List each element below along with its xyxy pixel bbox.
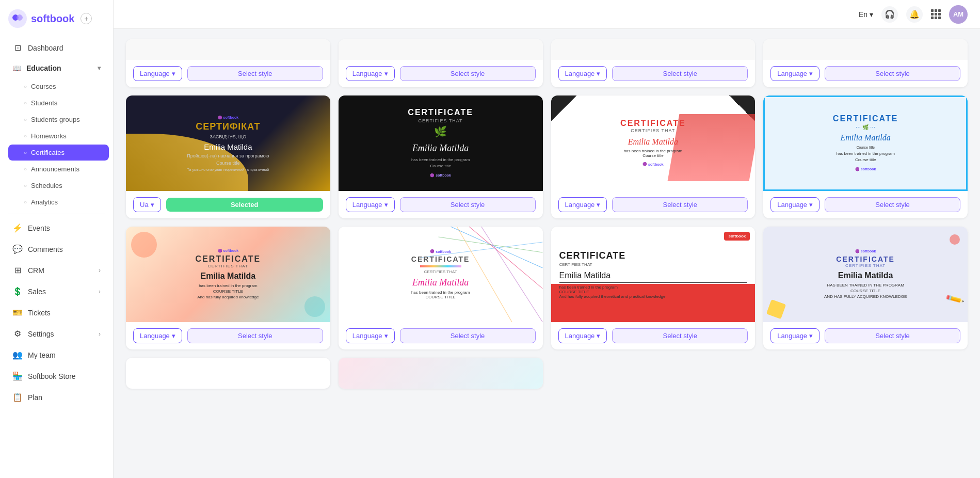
sidebar-item-analytics[interactable]: Analytics (8, 194, 109, 210)
cert-ua-course-title: Course title (216, 161, 240, 166)
sidebar-item-crm[interactable]: ⊞ CRM › (4, 260, 109, 280)
blue-lang-label: Language (777, 201, 807, 209)
geo-select-style-button[interactable]: Select style (400, 328, 536, 343)
sidebar-item-education[interactable]: 📖 Education ▾ (4, 59, 109, 77)
cert-mr-course: has been trained in the programCOURSE TI… (559, 285, 666, 299)
headphone-icon[interactable]: 🎧 (881, 6, 898, 23)
education-submenu: Courses Students Students groups Homewor… (0, 78, 113, 211)
cert-card-mr-actions: Language ▾ Select style (551, 322, 756, 349)
cert-card-red-actions: Language ▾ Select style (551, 191, 756, 218)
divider (8, 214, 105, 214)
sidebar-item-courses[interactable]: Courses (8, 78, 109, 94)
language-button-4[interactable]: Language ▾ (770, 66, 820, 81)
cert-preview-pastel: 🟣softbook CERTIFICATE CERTIFIES THAT Emi… (126, 227, 330, 322)
ua-chevron-icon: ▾ (151, 201, 154, 209)
dashboard-icon: ⊡ (12, 43, 23, 53)
pastel-lang-label: Language (140, 332, 170, 340)
sidebar-item-tickets[interactable]: 🎫 Tickets (4, 302, 109, 323)
sidebar-item-comments[interactable]: 💬 Comments (4, 239, 109, 259)
svg-line-2 (469, 227, 542, 289)
red-language-button[interactable]: Language ▾ (558, 197, 607, 212)
empty-space-1 (551, 358, 756, 389)
sidebar-item-announcements[interactable]: Announcements (8, 161, 109, 177)
pastel-language-button[interactable]: Language ▾ (133, 328, 182, 343)
black-chevron-icon: ▾ (384, 201, 388, 209)
svg-line-3 (439, 237, 543, 252)
lang-chevron-icon: ▾ (870, 10, 873, 19)
sidebar-logo: softbook + (0, 0, 113, 37)
cert-card-geometric: 🟣softbook CERTIFICATE CERTIFIES THAT Emi… (339, 227, 543, 349)
black-select-style-button[interactable]: Select style (400, 197, 536, 212)
cert-actions: Language ▾ Select style (126, 60, 330, 87)
playful-lang-label: Language (777, 332, 807, 340)
sidebar-item-homeworks[interactable]: Homeworks (8, 128, 109, 144)
cert-play-name: Emilia Matilda (838, 271, 893, 280)
cert-design-ua: 🟣softbook СЕРТИФІКАТ ЗАСВІДЧУЄ, ЩО Emili… (126, 95, 330, 191)
sidebar-item-students[interactable]: Students (8, 95, 109, 111)
sidebar-item-students-groups[interactable]: Students groups (8, 111, 109, 128)
leaf-decoration: 🌿 (434, 125, 447, 138)
sidebar-item-events[interactable]: ⚡ Events (4, 218, 109, 238)
cert-mr-logo: softbook (724, 232, 750, 241)
selected-button[interactable]: Selected (166, 198, 323, 212)
store-label: Softbook Store (28, 372, 76, 380)
sidebar-item-plan[interactable]: 📋 Plan (4, 387, 109, 407)
cert-mr-title: CERTIFICATE (559, 250, 626, 261)
cert-geo-title: CERTIFICATE (411, 255, 470, 263)
playful-language-button[interactable]: Language ▾ (770, 328, 820, 343)
softbook-logo-icon (8, 9, 27, 28)
cert-play-logo: 🟣softbook (855, 249, 876, 253)
svg-line-5 (457, 227, 512, 322)
cert-actions-4: Language ▾ Select style (763, 60, 968, 87)
select-style-button-2[interactable]: Select style (400, 66, 536, 81)
cert-actions-3: Language ▾ Select style (551, 60, 756, 87)
events-icon: ⚡ (12, 223, 23, 233)
mr-language-button[interactable]: Language ▾ (558, 328, 607, 343)
pastel-select-style-button[interactable]: Select style (187, 328, 323, 343)
cert-mr-name: Emilia Matilda (559, 271, 747, 283)
language-selector[interactable]: En ▾ (859, 10, 873, 19)
language-chevron-icon-2: ▾ (384, 70, 388, 77)
cert-geo-bar (420, 265, 461, 267)
geo-chevron-icon: ▾ (384, 332, 388, 340)
apps-grid-icon[interactable] (931, 9, 941, 19)
playful-select-style-button[interactable]: Select style (825, 328, 960, 343)
language-button-3[interactable]: Language ▾ (558, 66, 607, 81)
sidebar-item-settings[interactable]: ⚙ Settings › (4, 324, 109, 344)
sidebar-item-sales[interactable]: 💲 Sales › (4, 281, 109, 301)
language-button[interactable]: Language ▾ (133, 66, 182, 81)
sidebar-item-schedules[interactable]: Schedules (8, 178, 109, 194)
cert-ua-title: СЕРТИФІКАТ (196, 121, 260, 132)
blue-select-style-button[interactable]: Select style (825, 197, 960, 212)
sidebar-item-certificates[interactable]: Certificates (8, 145, 109, 161)
sidebar-item-label: Dashboard (28, 44, 63, 52)
language-chevron-icon-4: ▾ (809, 70, 813, 77)
language-button-2[interactable]: Language ▾ (346, 66, 395, 81)
cert-blue-course: Course title has been trained in the pro… (836, 145, 894, 163)
my-team-label: My team (28, 351, 56, 359)
geo-language-button[interactable]: Language ▾ (346, 328, 395, 343)
sales-label: Sales (28, 288, 46, 296)
cert-preview-red: CERTIFICATE CERTIFIES THAT Emilia Matild… (551, 95, 756, 191)
blue-language-button[interactable]: Language ▾ (770, 197, 820, 212)
blue-chevron-icon: ▾ (809, 201, 813, 209)
schedules-label: Schedules (31, 182, 62, 189)
ua-language-button[interactable]: Ua ▾ (133, 197, 161, 212)
user-avatar[interactable]: AM (949, 5, 968, 24)
add-button[interactable]: + (81, 13, 92, 24)
sidebar-item-dashboard[interactable]: ⊡ Dashboard (4, 38, 109, 58)
sidebar-item-my-team[interactable]: 👥 My team (4, 345, 109, 365)
red-select-style-button[interactable]: Select style (612, 197, 748, 212)
sidebar-item-softbook-store[interactable]: 🏪 Softbook Store (4, 366, 109, 386)
sales-icon: 💲 (12, 286, 23, 296)
mr-select-style-button[interactable]: Select style (612, 328, 748, 343)
select-style-button[interactable]: Select style (187, 66, 323, 81)
select-style-button-4[interactable]: Select style (825, 66, 960, 81)
select-style-button-3[interactable]: Select style (612, 66, 748, 81)
black-language-button[interactable]: Language ▾ (346, 197, 395, 212)
cert-black-name: Emilia Matilda (412, 143, 469, 154)
tickets-label: Tickets (28, 309, 51, 317)
cert-preview-geometric: 🟣softbook CERTIFICATE CERTIFIES THAT Emi… (339, 227, 543, 322)
bell-icon[interactable]: 🔔 (906, 6, 923, 23)
playful-shape1 (766, 299, 786, 319)
